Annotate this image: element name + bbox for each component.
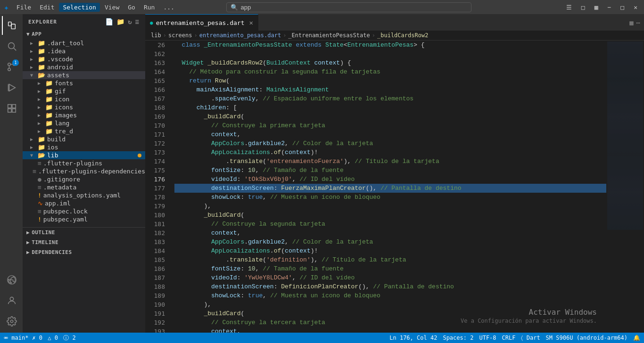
activity-source-control[interactable]: 1	[2, 57, 21, 76]
tree-ios[interactable]: ▶ 📁 ios	[23, 143, 145, 151]
tree-idea[interactable]: ▶ 📁 .idea	[23, 47, 145, 55]
tree-gif[interactable]: ▶ 📁 gif	[23, 87, 145, 95]
status-encoding[interactable]: UTF-8	[479, 335, 496, 341]
tree-icons[interactable]: ▶ 📁 icons	[23, 103, 145, 111]
status-spaces[interactable]: Spaces: 2	[443, 335, 473, 341]
tree-gitignore[interactable]: ▶ ● .gitignore	[23, 175, 145, 183]
file-icon: ≡	[33, 168, 36, 175]
more-actions-btn[interactable]: ⋯	[636, 19, 640, 26]
section-app[interactable]: ▼ APP	[23, 29, 145, 39]
tree-vscode[interactable]: ▶ 📁 .vscode	[23, 55, 145, 63]
minimap	[606, 41, 644, 333]
search-input[interactable]	[241, 4, 467, 11]
search-bar[interactable]: 🔍	[226, 2, 471, 12]
tree-lib[interactable]: ▼ 📂 lib	[23, 151, 145, 159]
tab-close-btn[interactable]: ✕	[249, 19, 253, 26]
tree-flutter-plugins-dep[interactable]: ▶ ≡ .flutter-plugins-dependencies	[23, 167, 145, 175]
tree-analysis[interactable]: ▶ ! analysis_options.yaml	[23, 191, 145, 199]
tree-fonts[interactable]: ▶ 📁 fonts	[23, 79, 145, 87]
menu-selection[interactable]: Selection	[59, 3, 99, 12]
new-folder-icon[interactable]: 📁	[116, 18, 125, 25]
tree-icon[interactable]: ▶ 📁 icon	[23, 95, 145, 103]
line-numbers: 26 162 163 164 165 166 167 168 169 170 1…	[145, 41, 169, 333]
tree-arrow: ▼	[30, 73, 38, 78]
tree-arrow: ▶	[30, 137, 38, 142]
layout-btn[interactable]: ▦	[592, 3, 601, 12]
status-language[interactable]: 〈 Dart	[521, 335, 540, 341]
tree-lang[interactable]: ▶ 📁 lang	[23, 119, 145, 127]
tree-app-iml[interactable]: ▶ ∿ app.iml	[23, 199, 145, 207]
code-line-163: // Método para construir la segunda fila…	[174, 67, 606, 76]
status-position[interactable]: Ln 176, Col 42	[389, 335, 437, 341]
source-control-badge: 1	[12, 59, 19, 66]
activity-account[interactable]	[2, 291, 21, 310]
sidebar-title: EXPLORER 📄 📁 ↻ ≡	[23, 14, 145, 29]
status-line-ending[interactable]: CRLF	[502, 335, 516, 341]
tree-dart-tool[interactable]: ▶ 📁 .dart_tool	[23, 39, 145, 47]
tree-pubspec-lock[interactable]: ▶ ≡ pubspec.lock	[23, 207, 145, 215]
code-area[interactable]: class _EntrenamientoPesasState extends S…	[169, 41, 606, 333]
tabs-bar: ● entrenamiento_pesas.dart ✕ ▦ ⋯	[145, 14, 644, 31]
tree-arrow: ▶	[30, 41, 38, 46]
status-bell[interactable]: 🔔	[633, 335, 640, 341]
activity-settings[interactable]	[2, 312, 21, 331]
tree-android[interactable]: ▶ 📁 android	[23, 63, 145, 71]
modified-badge	[138, 154, 141, 157]
editor-area: ● entrenamiento_pesas.dart ✕ ▦ ⋯ lib › s…	[145, 14, 644, 333]
section-dependencies[interactable]: ▶ DEPENDENCIES	[23, 247, 145, 257]
status-device[interactable]: SM S906U (android-arm64)	[546, 335, 627, 341]
menu-view[interactable]: View	[101, 3, 123, 12]
svg-marker-7	[9, 84, 16, 91]
svg-point-13	[10, 297, 13, 301]
tree-tre-d[interactable]: ▶ 📁 tre_d	[23, 127, 145, 135]
folder-icon: 📁	[38, 64, 45, 71]
tree-build[interactable]: ▶ 📁 build	[23, 135, 145, 143]
folder-icon: 📁	[45, 128, 53, 135]
activity-remote[interactable]	[2, 270, 21, 289]
status-left: ⚮ main* ✗ 0 △ 0 ⓘ 2	[4, 334, 76, 342]
close-btn[interactable]: ✕	[631, 3, 640, 12]
activity-run-debug[interactable]	[2, 78, 21, 97]
tree-images[interactable]: ▶ 📁 images	[23, 111, 145, 119]
svg-rect-12	[12, 109, 16, 112]
menu-run[interactable]: Run	[140, 3, 158, 12]
tab-entrenamiento-pesas[interactable]: ● entrenamiento_pesas.dart ✕	[145, 14, 258, 31]
code-line-169: // Construye la primera tarjeta	[174, 121, 606, 130]
status-errors[interactable]: ✗ 0 △ 0 ⓘ 2	[32, 334, 75, 342]
split-editor-btn[interactable]: ▦	[629, 19, 633, 26]
section-timeline[interactable]: ▶ TIMELINE	[23, 237, 145, 247]
activity-explorer[interactable]	[2, 16, 21, 35]
new-file-icon[interactable]: 📄	[105, 18, 114, 25]
tree-flutter-plugins[interactable]: ▶ ≡ .flutter-plugins	[23, 159, 145, 167]
svg-rect-0	[8, 22, 11, 26]
svg-line-3	[14, 48, 16, 50]
code-line-181: context,	[174, 229, 606, 237]
menu-go[interactable]: Go	[124, 3, 139, 12]
tree-arrow: ▶	[38, 105, 45, 110]
code-line-177: showLock: true, // Muestra un ícono de b…	[174, 193, 606, 202]
section-outline[interactable]: ▶ OUTLINE	[23, 228, 145, 237]
svg-rect-9	[8, 105, 11, 108]
tree-arrow: ▶	[30, 49, 38, 54]
maximize-btn[interactable]: □	[618, 3, 627, 12]
menu-more[interactable]: ...	[159, 3, 178, 12]
tree-assets[interactable]: ▼ 📂 assets	[23, 71, 145, 79]
code-line-192: context,	[174, 327, 606, 333]
rss-icon: ∿	[38, 200, 43, 207]
collapse-all-icon[interactable]: ≡	[135, 18, 140, 25]
minimize-btn[interactable]: −	[604, 3, 614, 12]
menu-file[interactable]: File	[13, 3, 35, 12]
refresh-icon[interactable]: ↻	[128, 18, 132, 25]
tree-pubspec-yaml[interactable]: ▶ ! pubspec.yaml	[23, 215, 145, 223]
folder-icon: 📁	[45, 88, 53, 95]
warning-icon: !	[38, 216, 41, 223]
sidebar-icons: 📄 📁 ↻ ≡	[105, 18, 140, 25]
activity-search[interactable]	[2, 37, 21, 56]
tree-metadata[interactable]: ▶ ≡ .metadata	[23, 183, 145, 191]
menu-edit[interactable]: Edit	[36, 3, 58, 12]
panel-toggle-btn[interactable]: □	[578, 3, 588, 12]
status-branch[interactable]: ⚮ main*	[4, 335, 28, 341]
tree-arrow: ▶	[38, 113, 45, 118]
activity-extensions[interactable]	[2, 99, 21, 118]
sidebar-toggle-btn[interactable]: ☰	[563, 3, 575, 12]
